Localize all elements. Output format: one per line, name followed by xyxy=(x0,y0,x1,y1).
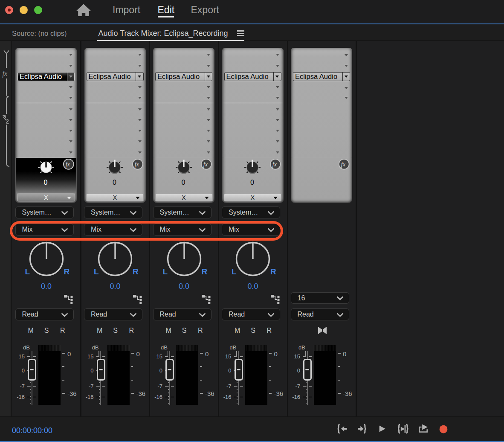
svg-text:fx: fx xyxy=(3,70,8,78)
svg-text:fx: fx xyxy=(134,161,139,168)
svg-text:fx: fx xyxy=(66,161,70,168)
svg-text:fx: fx xyxy=(341,161,346,168)
svg-text:fx: fx xyxy=(272,161,277,168)
svg-text:fx: fx xyxy=(203,161,208,168)
